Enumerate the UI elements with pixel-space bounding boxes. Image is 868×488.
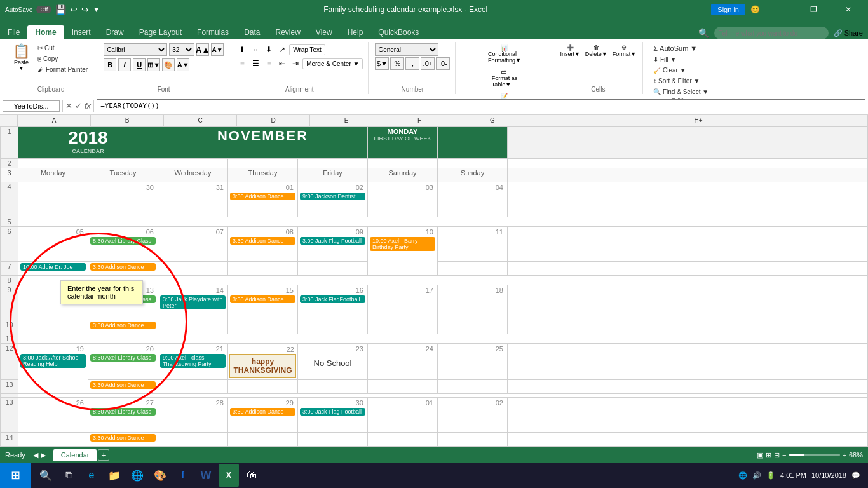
sort-filter-button[interactable]: ↕ Sort & Filter ▼ <box>649 76 712 86</box>
cell-7-tue[interactable]: 3:30 Addison Dance <box>88 262 158 276</box>
copy-button[interactable]: ⎘ Copy <box>34 54 92 64</box>
clear-button[interactable]: 🧹 Clear ▼ <box>649 65 712 75</box>
normal-view-icon[interactable]: ▣ <box>757 451 763 459</box>
cell-13-sat[interactable] <box>368 380 438 394</box>
cell-10-sat[interactable] <box>368 320 438 334</box>
cal-cell-w4-sat[interactable]: 24 <box>368 344 438 380</box>
customize-icon[interactable]: ▼ <box>93 6 100 13</box>
next-fri[interactable]: 07 <box>298 447 368 447</box>
col-d-header[interactable]: D <box>237 115 310 126</box>
col-b-header[interactable]: B <box>91 115 164 126</box>
autosave-toggle[interactable]: Off <box>36 6 51 13</box>
cell-7-fri[interactable] <box>298 262 368 276</box>
cell-2a[interactable] <box>18 159 88 168</box>
cal-cell-w4-mon[interactable]: 19 3:00 Jack After School Reading Help <box>18 344 88 394</box>
next-thu[interactable]: 06 <box>228 447 298 447</box>
ribbon-search[interactable] <box>714 27 829 39</box>
cal-cell-w1-sun[interactable]: 04 <box>438 182 508 217</box>
cell-2e[interactable] <box>298 159 368 168</box>
cell-10-tue[interactable]: 3:30 Addison Dance <box>88 320 158 334</box>
cell-13-tue[interactable]: 3:30 Addison Dance <box>88 380 158 394</box>
add-sheet-button[interactable]: + <box>98 449 109 461</box>
cut-button[interactable]: ✂ Cut <box>34 43 92 53</box>
align-center-button[interactable]: ☰ <box>249 57 262 70</box>
cal-cell-w1-tue[interactable]: 30 <box>88 182 158 217</box>
align-right-button[interactable]: ≡ <box>262 57 275 70</box>
cal-cell-w5-tue[interactable]: 27 8:30 Axel Library Class <box>88 398 158 433</box>
fill-button[interactable]: ⬇ Fill ▼ <box>649 55 712 64</box>
col-e-header[interactable]: E <box>310 115 383 126</box>
decrease-indent-button[interactable]: ⇤ <box>276 57 288 70</box>
increase-indent-button[interactable]: ⇥ <box>289 57 302 70</box>
align-bottom-button[interactable]: ⬇ <box>262 43 275 56</box>
zoom-in-icon[interactable]: + <box>843 451 846 459</box>
percent-button[interactable]: % <box>390 57 404 70</box>
cal-cell-w1-sat[interactable]: 03 <box>368 182 438 217</box>
font-color-button[interactable]: A▼ <box>177 58 189 71</box>
align-top-button[interactable]: ⬆ <box>236 43 248 56</box>
confirm-formula-icon[interactable]: ✓ <box>75 101 82 111</box>
sign-in-button[interactable]: Sign in <box>711 4 745 15</box>
cal-cell-w2-sat[interactable]: 10 10:00 Axel - Barry Birthday Party <box>368 227 438 276</box>
increase-font-button[interactable]: A▲ <box>196 43 209 56</box>
tab-formulas[interactable]: Formulas <box>189 25 236 39</box>
col-g-header[interactable]: G <box>456 115 529 126</box>
cell-7-mon[interactable]: 10:00 Addie Dr. Joe <box>18 262 88 276</box>
next-sat[interactable]: 08 <box>368 447 438 447</box>
cal-cell-w4-thu[interactable]: 22 happyTHANKSGIVING <box>228 344 298 380</box>
cal-cell-w3-sat[interactable]: 17 <box>368 285 438 320</box>
bold-button[interactable]: B <box>104 58 116 71</box>
merge-center-button[interactable]: Merge & Center ▼ <box>302 58 363 69</box>
delete-cells-button[interactable]: 🗑 Delete▼ <box>584 43 609 58</box>
tab-review[interactable]: Review <box>268 25 308 39</box>
tab-file[interactable]: File <box>0 25 27 39</box>
insert-cells-button[interactable]: ➕ Insert▼ <box>559 43 581 58</box>
name-box[interactable] <box>3 100 60 112</box>
cal-cell-w4-wed[interactable]: 21 9:00 Axel - class Thanksgiving Party <box>158 344 228 380</box>
cell-2f[interactable] <box>368 159 438 168</box>
decrease-font-button[interactable]: A▼ <box>211 43 224 56</box>
cal-cell-w4-fri[interactable]: 23 No School <box>298 344 368 380</box>
tab-data[interactable]: Data <box>236 25 268 39</box>
cal-cell-w1-mon[interactable] <box>18 182 88 217</box>
next-sun[interactable]: 09 <box>438 447 508 447</box>
search-icon[interactable]: 🔍 <box>698 28 709 38</box>
undo-icon[interactable]: ↩ <box>70 4 78 15</box>
col-h-header[interactable]: H+ <box>529 115 868 126</box>
cal-cell-w5-fri[interactable]: 30 3:00 Jack Flag Football <box>298 398 368 433</box>
cell-2b[interactable] <box>88 159 158 168</box>
cell-13-fri[interactable] <box>298 380 368 394</box>
cell-2c[interactable] <box>158 159 228 168</box>
save-icon[interactable]: 💾 <box>55 4 66 15</box>
col-c-header[interactable]: C <box>164 115 237 126</box>
cell-13-wed[interactable] <box>158 380 228 394</box>
cal-cell-w1-fri[interactable]: 02 9:00 Jackson Dentist <box>298 182 368 217</box>
next-mon[interactable]: 03 <box>18 447 88 447</box>
cal-cell-w2-fri[interactable]: 09 3:00 Jack Flag Football <box>298 227 368 262</box>
cell-w5b-fri[interactable] <box>298 433 368 447</box>
page-break-icon[interactable]: ⊟ <box>774 451 780 459</box>
cal-cell-w5-wed[interactable]: 28 <box>158 398 228 433</box>
comma-button[interactable]: , <box>405 57 419 70</box>
paste-button[interactable]: 📋 Paste ▼ <box>10 43 32 72</box>
cal-cell-w3-fri[interactable]: 16 3:00 Jack FlagFootball <box>298 285 368 320</box>
cell-13-thu[interactable] <box>228 380 298 394</box>
cal-cell-w2-mon[interactable]: 05 <box>18 227 88 262</box>
fill-color-button[interactable]: 🎨 <box>162 58 175 71</box>
scroll-left-icon[interactable]: ◀ <box>33 451 38 459</box>
next-wed[interactable]: 05 <box>158 447 228 447</box>
font-family-select[interactable]: Calibri <box>104 43 167 56</box>
tab-view[interactable]: View <box>308 25 340 39</box>
cell-w5b-thu[interactable] <box>228 433 298 447</box>
underline-button[interactable]: U <box>133 58 146 71</box>
zoom-out-icon[interactable]: − <box>782 451 786 459</box>
format-painter-button[interactable]: 🖌 Format Painter <box>34 65 92 74</box>
text-direction-button[interactable]: ↗ <box>276 43 288 56</box>
decrease-decimal-button[interactable]: .0- <box>436 57 450 70</box>
col-a-header[interactable]: A <box>18 115 91 126</box>
font-size-select[interactable]: 32 <box>169 43 194 56</box>
cell-2g[interactable] <box>438 159 508 168</box>
autosum-button[interactable]: Σ AutoSum ▼ <box>649 43 712 53</box>
cal-cell-w3-sun[interactable]: 18 <box>438 285 508 320</box>
cal-cell-w5-sun[interactable]: 02 <box>438 398 508 433</box>
